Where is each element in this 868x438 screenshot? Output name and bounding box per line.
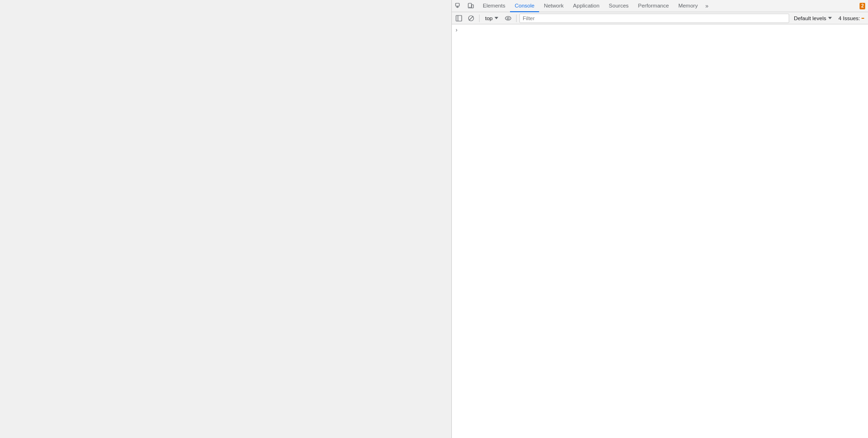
svg-rect-4 bbox=[472, 5, 473, 8]
webpage-area bbox=[0, 0, 451, 438]
context-label: top bbox=[485, 15, 493, 21]
tab-application[interactable]: Application bbox=[568, 0, 604, 12]
prompt-chevron-icon[interactable]: › bbox=[456, 27, 457, 33]
inspect-element-button[interactable] bbox=[453, 1, 464, 11]
default-levels-label: Default levels bbox=[794, 15, 826, 21]
device-toggle-button[interactable] bbox=[465, 1, 476, 11]
devtools-tab-bar: Elements Console Network Application Sou… bbox=[452, 0, 868, 12]
console-toolbar: top Default levels 4 Issues: bbox=[452, 12, 868, 24]
issues-area[interactable]: 4 Issues: bbox=[837, 15, 866, 21]
tab-elements[interactable]: Elements bbox=[478, 0, 510, 12]
filter-input[interactable] bbox=[519, 14, 789, 23]
devtools-panel: Elements Console Network Application Sou… bbox=[451, 0, 868, 438]
levels-chevron-icon bbox=[828, 17, 832, 19]
more-tabs-button[interactable]: » bbox=[702, 0, 711, 12]
svg-point-11 bbox=[507, 17, 509, 19]
chevron-down-icon bbox=[495, 17, 498, 19]
console-output-area[interactable]: › bbox=[452, 24, 868, 438]
svg-rect-6 bbox=[456, 15, 462, 21]
tabs-right-area: 2 bbox=[860, 3, 867, 9]
svg-rect-0 bbox=[456, 3, 459, 6]
tab-memory[interactable]: Memory bbox=[674, 0, 703, 12]
svg-line-9 bbox=[469, 16, 473, 20]
devtools-tabs: Elements Console Network Application Sou… bbox=[478, 0, 860, 12]
tab-performance[interactable]: Performance bbox=[633, 0, 674, 12]
svg-point-10 bbox=[505, 16, 511, 20]
console-prompt-line[interactable]: › bbox=[452, 25, 868, 35]
tab-sources[interactable]: Sources bbox=[604, 0, 633, 12]
live-expressions-button[interactable] bbox=[503, 13, 513, 23]
clear-console-button[interactable] bbox=[466, 13, 476, 23]
context-dropdown[interactable]: top bbox=[482, 15, 501, 22]
default-levels-dropdown[interactable]: Default levels bbox=[791, 15, 835, 22]
sidebar-toggle-button[interactable] bbox=[454, 13, 464, 23]
separator-1 bbox=[479, 15, 480, 22]
tab-console[interactable]: Console bbox=[510, 0, 539, 12]
notifications-badge[interactable]: 2 bbox=[860, 3, 865, 9]
tab-network[interactable]: Network bbox=[539, 0, 568, 12]
separator-2 bbox=[516, 15, 517, 22]
issues-count-badge bbox=[861, 18, 864, 19]
devtools-toolbar-icons bbox=[453, 1, 476, 11]
issues-label: 4 Issues: bbox=[838, 15, 860, 21]
